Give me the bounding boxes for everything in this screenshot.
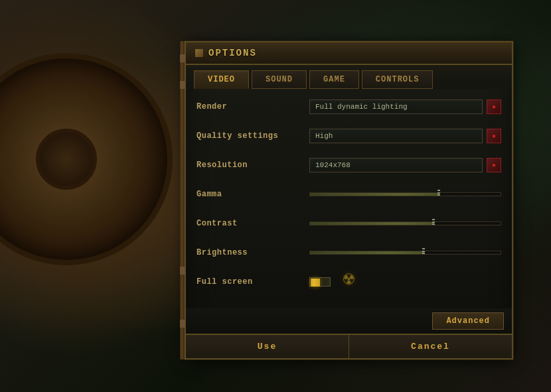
gamma-row: Gamma — [197, 186, 501, 203]
gamma-slider[interactable] — [309, 187, 501, 202]
advanced-button[interactable]: Advanced — [432, 312, 504, 330]
contrast-value-container — [309, 216, 501, 231]
dialog-title: OPTIONS — [208, 48, 257, 58]
render-value-container: Full dynamic lighting — [309, 99, 501, 114]
notch — [422, 253, 425, 254]
brightness-value-container — [309, 245, 501, 260]
brightness-label: Brightness — [197, 248, 309, 257]
resolution-value: 1024x768 — [315, 161, 351, 169]
resolution-dropdown[interactable]: 1024x768 — [309, 158, 483, 172]
contrast-slider-track — [309, 222, 501, 226]
pipe-detail — [180, 54, 185, 62]
brightness-notches — [422, 248, 425, 254]
brightness-slider[interactable] — [309, 245, 501, 260]
gamma-value-container — [309, 187, 501, 202]
gamma-label: Gamma — [197, 190, 309, 199]
pipe-detail — [180, 320, 185, 328]
contrast-label: Contrast — [197, 219, 309, 228]
tabs-container: Video Sound Game Controls — [186, 65, 512, 89]
cancel-button[interactable]: Cancel — [349, 335, 512, 358]
bottom-bar: Use Cancel — [186, 334, 512, 358]
notch — [437, 194, 440, 196]
pipe-decoration — [180, 41, 185, 359]
pipe-detail — [180, 81, 185, 89]
render-dropdown[interactable]: Full dynamic lighting — [309, 99, 483, 114]
dialog-bottom: Advanced Use Cancel — [186, 308, 512, 358]
quality-label: Quality settings — [197, 131, 309, 141]
tab-video[interactable]: Video — [194, 70, 249, 89]
notch — [437, 190, 440, 191]
gamma-slider-fill — [310, 193, 439, 196]
logo-area: ☢ — [329, 259, 369, 298]
quality-row: Quality settings High — [197, 127, 501, 145]
title-decoration — [195, 49, 203, 57]
render-label: Render — [197, 102, 309, 111]
fullscreen-label: Full screen — [197, 277, 309, 287]
notch — [432, 222, 435, 223]
fullscreen-toggle[interactable] — [309, 277, 331, 287]
gamma-notches — [437, 190, 440, 196]
advanced-row: Advanced — [186, 308, 512, 334]
options-dialog: OPTIONS Video Sound Game Controls Render… — [185, 41, 513, 359]
use-button[interactable]: Use — [186, 335, 349, 358]
quality-value-container: High — [309, 129, 501, 143]
tab-game[interactable]: Game — [309, 70, 359, 89]
pipe-detail — [180, 267, 185, 275]
contrast-row: Contrast — [197, 215, 501, 232]
render-row: Render Full dynamic lighting — [197, 98, 501, 115]
render-dropdown-btn[interactable] — [487, 99, 501, 114]
render-value: Full dynamic lighting — [315, 103, 408, 111]
resolution-dropdown-btn[interactable] — [487, 158, 501, 172]
gamma-slider-track — [309, 192, 501, 196]
tab-sound[interactable]: Sound — [252, 70, 307, 89]
quality-dropdown-btn[interactable] — [487, 129, 501, 143]
notch — [422, 248, 425, 249]
contrast-slider-fill — [310, 222, 434, 225]
brightness-slider-track — [309, 251, 501, 255]
notch — [422, 251, 425, 252]
tab-controls[interactable]: Controls — [362, 70, 433, 89]
notch — [432, 219, 435, 220]
toggle-indicator — [311, 279, 320, 287]
brightness-slider-fill — [310, 251, 424, 254]
notch — [432, 224, 435, 225]
quality-value: High — [315, 132, 333, 140]
notch — [437, 192, 440, 194]
game-logo: ☢ — [343, 267, 354, 290]
quality-dropdown[interactable]: High — [309, 129, 483, 143]
resolution-value-container: 1024x768 — [309, 158, 501, 172]
resolution-label: Resolution — [197, 161, 309, 170]
contrast-notches — [432, 219, 435, 225]
title-bar: OPTIONS — [186, 42, 512, 65]
resolution-row: Resolution 1024x768 — [197, 157, 501, 174]
contrast-slider[interactable] — [309, 216, 501, 231]
